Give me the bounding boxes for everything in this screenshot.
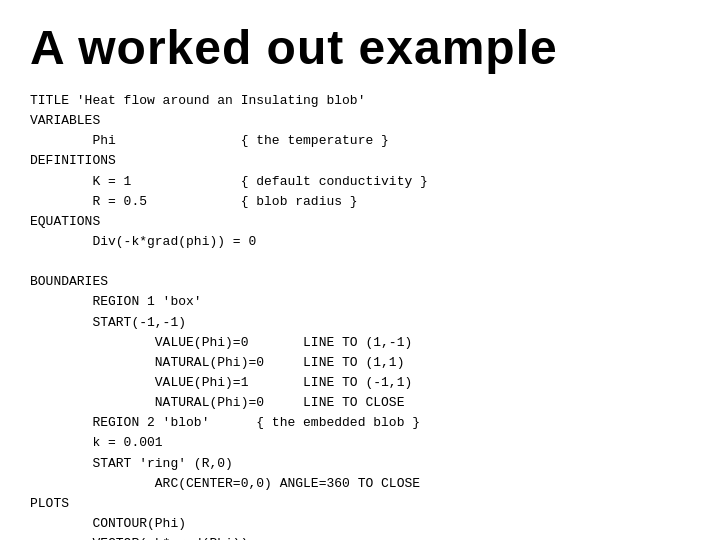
code-block: TITLE 'Heat flow around an Insulating bl…	[30, 91, 690, 540]
page-container: A worked out example TITLE 'Heat flow ar…	[0, 0, 720, 540]
page-title: A worked out example	[30, 20, 690, 75]
